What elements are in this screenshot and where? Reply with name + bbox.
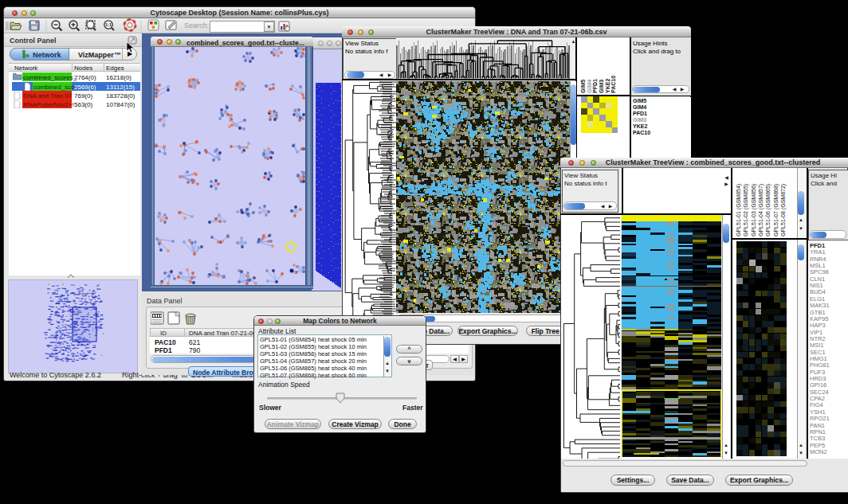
svg-text:1:1: 1:1 <box>105 22 112 27</box>
